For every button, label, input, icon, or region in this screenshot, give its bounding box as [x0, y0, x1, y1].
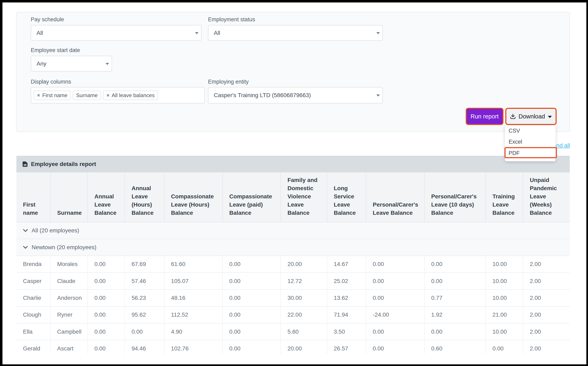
group-row-label: All (20 employees) [31, 227, 79, 234]
cell: Campbell [51, 324, 88, 340]
cell: 25.02 [327, 273, 366, 289]
column-header: Annual Leave Balance [88, 172, 125, 222]
column-header: Unpaid Pandemic Leave (Weeks) Balance [523, 172, 570, 222]
cell: 0.00 [223, 306, 281, 323]
group-row-all[interactable]: All (20 employees) [16, 222, 570, 239]
cell: 4.90 [165, 324, 223, 340]
table-row: Charlie Anderson 0.00 56.23 48.16 0.00 3… [16, 290, 570, 306]
cell: 14.67 [327, 256, 366, 272]
display-columns-label: Display columns [31, 78, 71, 85]
cell: 0.00 [88, 256, 125, 272]
cell: 0.00 [366, 273, 425, 289]
cell: 30.00 [281, 290, 327, 306]
cell: 95.62 [125, 306, 164, 323]
column-header: Compassionate Leave (paid) Balance [223, 172, 281, 222]
cell: 0.00 [223, 340, 281, 354]
cell: 0.00 [88, 340, 125, 354]
menu-item-csv[interactable]: CSV [505, 125, 556, 137]
cell: 0.00 [223, 273, 281, 289]
tag-all-leave-balances[interactable]: ✖All leave balances [103, 91, 158, 100]
cell: 105.07 [165, 273, 223, 289]
cell: 0.00 [223, 324, 281, 340]
cell: 0.00 [486, 340, 523, 354]
cell: 10.00 [486, 324, 523, 340]
cell: 22.00 [281, 306, 327, 323]
employment-status-value: All [214, 30, 220, 36]
report-header-row: First name Surname Annual Leave Balance … [16, 172, 570, 222]
cell: 112.52 [165, 306, 223, 323]
caret-down-icon [548, 116, 552, 118]
employing-entity-label: Employing entity [208, 78, 249, 85]
group-row-label: Newtown (20 employees) [31, 244, 96, 251]
cell: 21.00 [486, 306, 523, 323]
report-title-bar: Employee details report [16, 156, 570, 172]
cell: 0.00 [366, 256, 425, 272]
cell: Anderson [51, 290, 88, 306]
cell: 57.46 [125, 273, 164, 289]
cell: 48.16 [165, 290, 223, 306]
employment-status-select[interactable]: All [208, 25, 383, 41]
cell: 0.00 [366, 290, 425, 306]
table-row: Clough Ryner 0.00 95.62 112.52 0.00 22.0… [16, 306, 570, 323]
cell: 20.00 [281, 340, 327, 354]
download-icon [510, 114, 516, 119]
cell: 0.00 [88, 324, 125, 340]
cell: 2.00 [523, 273, 570, 289]
cell: Ryner [51, 306, 88, 323]
table-row: Ella Campbell 0.00 0.00 4.90 0.00 5.60 3… [16, 324, 570, 340]
cell: 0.77 [425, 290, 486, 306]
pay-schedule-label: Pay schedule [31, 16, 64, 23]
column-header: Training Leave Balance [486, 172, 523, 222]
cell: Gerald [16, 340, 51, 354]
cell: 10.00 [486, 273, 523, 289]
cell: Charlie [16, 290, 51, 306]
cell: 10.00 [486, 256, 523, 272]
tag-label: Surname [76, 92, 98, 99]
chevron-down-icon [376, 94, 380, 97]
cell: 56.23 [125, 290, 164, 306]
remove-tag-icon[interactable]: ✖ [106, 93, 110, 98]
cell: 71.94 [327, 306, 366, 323]
pay-schedule-value: All [37, 30, 43, 36]
chevron-down-icon [23, 246, 28, 249]
cell: 26.57 [327, 340, 366, 354]
report-file-icon [22, 161, 28, 167]
column-header: Family and Domestic Violence Leave Balan… [281, 172, 327, 222]
employing-entity-select[interactable]: Casper's Training LTD (58606879663) [208, 87, 383, 104]
tag-surname[interactable]: Surname [73, 91, 101, 100]
menu-item-pdf[interactable]: PDF [505, 148, 556, 159]
cell: 3.50 [327, 324, 366, 340]
cell: 0.00 [425, 256, 486, 272]
chevron-down-icon [23, 229, 28, 232]
employee-start-date-value: Any [37, 61, 46, 67]
cell: Claude [51, 273, 88, 289]
column-header: Personal/Carer's Leave Balance [366, 172, 425, 222]
menu-item-excel[interactable]: Excel [505, 137, 556, 148]
cell: 0.00 [125, 324, 164, 340]
cell: 0.00 [88, 306, 125, 323]
display-columns-multiselect[interactable]: ✖First name Surname ✖All leave balances [31, 87, 205, 104]
cell: 0.00 [366, 324, 425, 340]
tag-label: First name [42, 92, 68, 99]
filter-panel: Pay schedule All Employment status All E… [16, 12, 570, 132]
employee-start-date-select[interactable]: Any [31, 56, 112, 71]
group-row-newtown[interactable]: Newtown (20 employees) [16, 239, 570, 256]
remove-tag-icon[interactable]: ✖ [37, 93, 40, 98]
cell: 61.60 [165, 256, 223, 272]
cell: 2.00 [523, 324, 570, 340]
column-header: Long Service Leave Balance [327, 172, 366, 222]
cell: 0.00 [88, 290, 125, 306]
employing-entity-value: Casper's Training LTD (58606879663) [214, 92, 311, 99]
cell: 67.69 [125, 256, 164, 272]
page: Pay schedule All Employment status All E… [0, 0, 588, 366]
cell: Casper [16, 273, 51, 289]
download-button[interactable]: Download [506, 109, 556, 124]
run-report-button[interactable]: Run report [467, 109, 502, 124]
cell: 13.62 [327, 290, 366, 306]
tag-first-name[interactable]: ✖First name [34, 91, 71, 100]
report-table: Employee details report First name Surna… [16, 156, 570, 354]
cell: 2.00 [523, 256, 570, 272]
cell: 2.00 [523, 340, 570, 354]
cell: Ella [16, 324, 51, 340]
pay-schedule-select[interactable]: All [31, 25, 202, 41]
